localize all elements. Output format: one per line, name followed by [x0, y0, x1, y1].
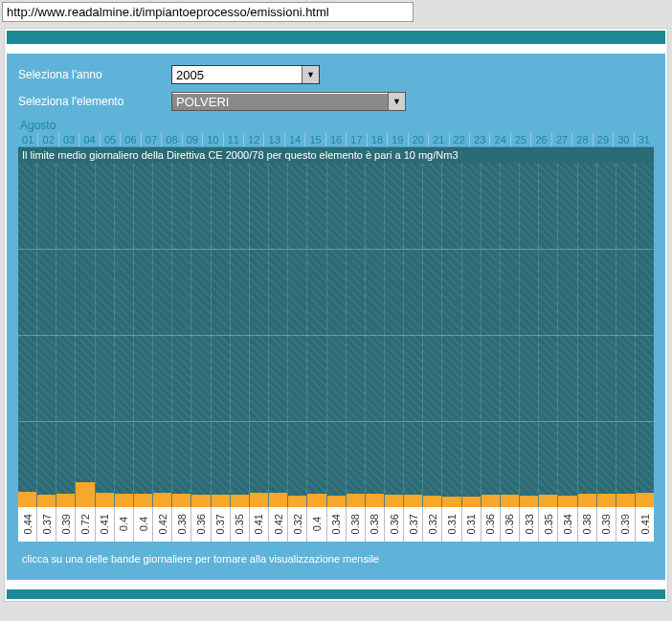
- chart-column[interactable]: [96, 163, 115, 507]
- day-header[interactable]: 21: [429, 133, 449, 146]
- day-header[interactable]: 01: [18, 133, 38, 146]
- chart-column[interactable]: [250, 163, 269, 507]
- value-label: 0.36: [484, 514, 496, 534]
- chart-column[interactable]: [520, 163, 539, 507]
- day-header[interactable]: 19: [388, 133, 408, 146]
- day-header[interactable]: 24: [490, 133, 510, 146]
- value-cell: 0.44: [18, 507, 37, 542]
- value-label: 0.38: [176, 514, 188, 534]
- day-header[interactable]: 17: [347, 133, 367, 146]
- value-label: 0.37: [408, 514, 419, 534]
- value-cell: 0.4: [307, 507, 326, 542]
- value-cell: 0.72: [76, 507, 95, 542]
- day-header[interactable]: 31: [635, 133, 654, 146]
- chart-column[interactable]: [327, 163, 347, 507]
- main-panel: Seleziona l'anno 2005 ▼ Seleziona l'elem…: [7, 54, 665, 580]
- day-header[interactable]: 27: [552, 133, 572, 146]
- year-label: Seleziona l'anno: [18, 68, 171, 81]
- year-select[interactable]: 2005 ▼: [171, 65, 320, 84]
- value-cell: 0.41: [96, 507, 115, 542]
- chart-column[interactable]: [18, 163, 37, 507]
- chart-column[interactable]: [76, 163, 95, 507]
- chart-bar: [172, 494, 190, 507]
- chart-bar: [76, 482, 94, 507]
- chart-column[interactable]: [482, 163, 501, 507]
- chart-column[interactable]: [134, 163, 153, 507]
- day-header[interactable]: 18: [368, 133, 388, 146]
- day-header[interactable]: 07: [142, 133, 162, 146]
- value-cell: 0.38: [366, 507, 385, 542]
- chart-column[interactable]: [212, 163, 231, 507]
- chart-column[interactable]: [636, 163, 654, 507]
- day-header[interactable]: 14: [285, 133, 305, 146]
- chart-bar: [37, 495, 56, 507]
- day-header[interactable]: 30: [614, 133, 634, 146]
- value-label: 0.31: [465, 514, 477, 534]
- day-header[interactable]: 08: [162, 133, 182, 146]
- chart-column[interactable]: [366, 163, 385, 507]
- chart-column[interactable]: [115, 163, 134, 507]
- chart-column[interactable]: [616, 163, 636, 507]
- chart-column[interactable]: [539, 163, 558, 507]
- value-label: 0.4: [138, 517, 149, 531]
- day-header[interactable]: 06: [121, 133, 141, 146]
- chart-column[interactable]: [191, 163, 211, 507]
- day-header[interactable]: 23: [470, 133, 490, 146]
- day-header[interactable]: 26: [531, 133, 551, 146]
- day-header[interactable]: 12: [244, 133, 264, 146]
- value-cell: 0.42: [269, 507, 288, 542]
- chart-column[interactable]: [172, 163, 191, 507]
- chart-bar: [56, 494, 75, 507]
- value-cell: 0.32: [423, 507, 442, 542]
- month-title: Agosto: [18, 119, 654, 132]
- chart-column[interactable]: [56, 163, 76, 507]
- chart-column[interactable]: [423, 163, 442, 507]
- chart-column[interactable]: [153, 163, 172, 507]
- element-select[interactable]: POLVERI ▼: [171, 92, 406, 111]
- day-header[interactable]: 15: [305, 133, 325, 146]
- chart-column[interactable]: [288, 163, 307, 507]
- chart-column[interactable]: [578, 163, 597, 507]
- day-header[interactable]: 04: [79, 133, 100, 146]
- day-header[interactable]: 20: [409, 133, 429, 146]
- chart-column[interactable]: [37, 163, 56, 507]
- chart-bar: [307, 494, 325, 507]
- value-cell: 0.33: [520, 507, 539, 542]
- value-cell: 0.35: [539, 507, 558, 542]
- day-header[interactable]: 03: [59, 133, 79, 146]
- day-header[interactable]: 05: [101, 133, 121, 146]
- value-label: 0.42: [157, 514, 168, 534]
- chart-column[interactable]: [307, 163, 326, 507]
- chart-column[interactable]: [269, 163, 288, 507]
- day-header[interactable]: 16: [326, 133, 347, 146]
- chart-column[interactable]: [558, 163, 577, 507]
- value-label: 0.4: [118, 517, 129, 531]
- chart-column[interactable]: [404, 163, 423, 507]
- value-cell: 0.34: [558, 507, 577, 542]
- day-header[interactable]: 10: [203, 133, 223, 146]
- day-header[interactable]: 28: [572, 133, 593, 146]
- day-header[interactable]: 02: [38, 133, 58, 146]
- chart-bar: [423, 496, 441, 507]
- chart-column[interactable]: [501, 163, 520, 507]
- chart-bar: [616, 494, 635, 507]
- chart-column[interactable]: [462, 163, 482, 507]
- value-label: 0.39: [619, 514, 631, 534]
- chart-column[interactable]: [385, 163, 404, 507]
- day-header[interactable]: 22: [450, 133, 470, 146]
- day-header[interactable]: 29: [594, 133, 614, 146]
- chart-column[interactable]: [231, 163, 250, 507]
- url-input[interactable]: [2, 2, 414, 22]
- chart-column[interactable]: [442, 163, 461, 507]
- day-header[interactable]: 25: [511, 133, 531, 146]
- day-header[interactable]: 13: [264, 133, 284, 146]
- day-header[interactable]: 11: [224, 133, 244, 146]
- chart-column[interactable]: [347, 163, 366, 507]
- chart-bar: [115, 494, 133, 507]
- value-label: 0.38: [369, 514, 380, 534]
- chart-area: [18, 163, 654, 507]
- value-label: 0.36: [195, 514, 207, 534]
- chart-column[interactable]: [597, 163, 616, 507]
- value-cell: 0.41: [636, 507, 654, 542]
- day-header[interactable]: 09: [183, 133, 203, 146]
